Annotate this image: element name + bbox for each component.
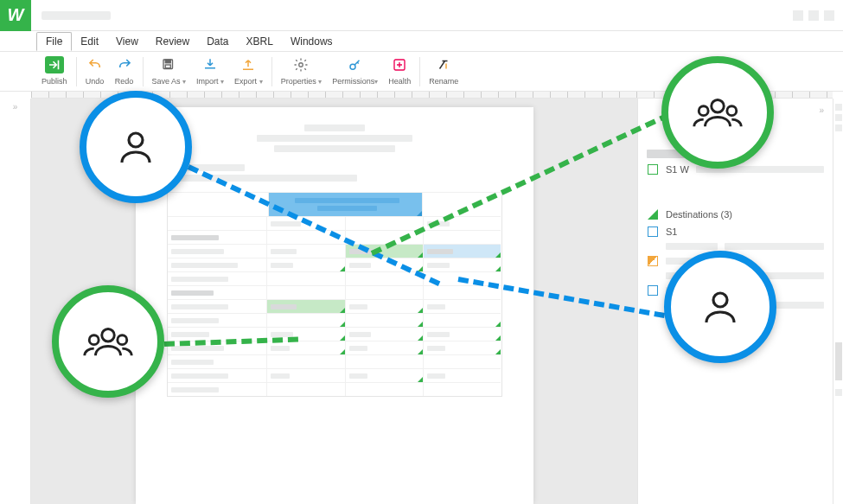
save-as-button[interactable]: Save As ▾ bbox=[147, 55, 192, 86]
scrollbar-btn[interactable] bbox=[835, 124, 842, 131]
panel-item-s1w[interactable]: S1 W bbox=[647, 163, 824, 175]
publish-button[interactable]: Publish bbox=[36, 55, 73, 86]
panel-subitem bbox=[666, 272, 824, 279]
blue-square-icon bbox=[647, 226, 659, 238]
undo-button[interactable]: Undo bbox=[80, 55, 110, 86]
page-title-placeholder bbox=[257, 135, 412, 142]
save-as-icon bbox=[159, 55, 178, 74]
link-triangle-icon bbox=[647, 208, 659, 220]
panel-item-blue2[interactable] bbox=[647, 284, 824, 297]
redo-icon bbox=[115, 55, 134, 74]
menu-view[interactable]: View bbox=[107, 33, 147, 50]
redo-button[interactable]: Redo bbox=[110, 55, 139, 86]
menubar: File Edit View Review Data XBRL Windows bbox=[0, 31, 843, 52]
scrollbar-btn[interactable] bbox=[835, 389, 842, 396]
export-icon bbox=[239, 55, 258, 74]
svg-rect-2 bbox=[166, 65, 171, 68]
chevron-down-icon: ▾ bbox=[182, 78, 186, 86]
export-button[interactable]: Export ▾ bbox=[229, 55, 268, 86]
gear-icon bbox=[291, 55, 310, 74]
doc-title-placeholder bbox=[42, 11, 111, 20]
scrollbar-btn[interactable] bbox=[835, 104, 842, 111]
import-button[interactable]: Import ▾ bbox=[191, 55, 229, 86]
menu-file[interactable]: File bbox=[36, 32, 72, 51]
document-page bbox=[136, 107, 533, 504]
orange-square-icon bbox=[647, 255, 659, 267]
green-square-icon bbox=[647, 163, 659, 175]
menu-xbrl[interactable]: XBRL bbox=[238, 33, 282, 50]
page-header-placeholder bbox=[304, 124, 365, 131]
publish-icon bbox=[45, 56, 64, 73]
file-toolbar: Publish Undo Redo Save As ▾ Import ▾ Exp… bbox=[0, 52, 843, 92]
panel-item-orange[interactable] bbox=[647, 255, 824, 267]
key-icon bbox=[346, 55, 365, 74]
panel-heading-placeholder bbox=[647, 150, 824, 158]
titlebar: W bbox=[0, 0, 843, 31]
chevron-down-icon: ▾ bbox=[259, 78, 263, 86]
chevron-down-icon: ▾ bbox=[374, 78, 378, 86]
svg-point-4 bbox=[350, 64, 355, 69]
titlebar-right-actions bbox=[793, 10, 843, 21]
scrollbar-thumb[interactable] bbox=[835, 342, 842, 380]
toolbar-separator bbox=[419, 57, 420, 86]
menu-data[interactable]: Data bbox=[198, 33, 237, 50]
document-canvas[interactable] bbox=[31, 99, 637, 504]
svg-rect-1 bbox=[166, 60, 171, 63]
text-line bbox=[167, 164, 245, 171]
panel-subitem bbox=[666, 243, 824, 250]
chevron-down-icon: ▾ bbox=[220, 78, 224, 86]
collapse-panel-chevron-icon[interactable]: » bbox=[647, 105, 824, 115]
titlebar-action-2[interactable] bbox=[808, 10, 819, 21]
svg-point-3 bbox=[299, 63, 303, 67]
properties-button[interactable]: Properties ▾ bbox=[276, 55, 328, 86]
expand-outline-chevron-icon[interactable]: » bbox=[13, 102, 18, 112]
permissions-button[interactable]: Permissions▾ bbox=[327, 55, 383, 86]
health-button[interactable]: Health bbox=[383, 55, 416, 86]
blue-square-icon bbox=[647, 284, 659, 297]
panel-item-destinations[interactable]: Destinations (3) bbox=[647, 208, 824, 220]
scrollbar-btn[interactable] bbox=[835, 114, 842, 121]
titlebar-action-1[interactable] bbox=[793, 10, 803, 21]
menu-windows[interactable]: Windows bbox=[282, 33, 342, 50]
app-logo: W bbox=[0, 0, 31, 31]
main-area: » bbox=[0, 99, 843, 504]
undo-icon bbox=[86, 55, 105, 74]
page-subtitle-placeholder bbox=[274, 145, 395, 152]
horizontal-ruler bbox=[31, 92, 833, 99]
data-table bbox=[167, 192, 502, 397]
toolbar-separator bbox=[76, 57, 77, 86]
menu-review[interactable]: Review bbox=[147, 33, 198, 50]
titlebar-action-3[interactable] bbox=[824, 10, 834, 21]
chevron-down-icon: ▾ bbox=[318, 78, 322, 86]
menu-edit[interactable]: Edit bbox=[72, 33, 107, 50]
rename-icon bbox=[434, 55, 453, 74]
panel-subitem bbox=[666, 302, 824, 309]
toolbar-separator bbox=[143, 57, 144, 86]
left-gutter: » bbox=[0, 99, 31, 504]
right-scrollbar[interactable] bbox=[833, 99, 843, 504]
rename-button[interactable]: Rename bbox=[424, 55, 463, 86]
panel-item-s1[interactable]: S1 bbox=[647, 226, 824, 238]
right-panel: » S1 W Destinations (3) S1 bbox=[637, 99, 833, 504]
import-icon bbox=[201, 55, 220, 74]
health-icon bbox=[390, 55, 409, 74]
toolbar-separator bbox=[271, 57, 272, 86]
text-line bbox=[167, 175, 357, 182]
